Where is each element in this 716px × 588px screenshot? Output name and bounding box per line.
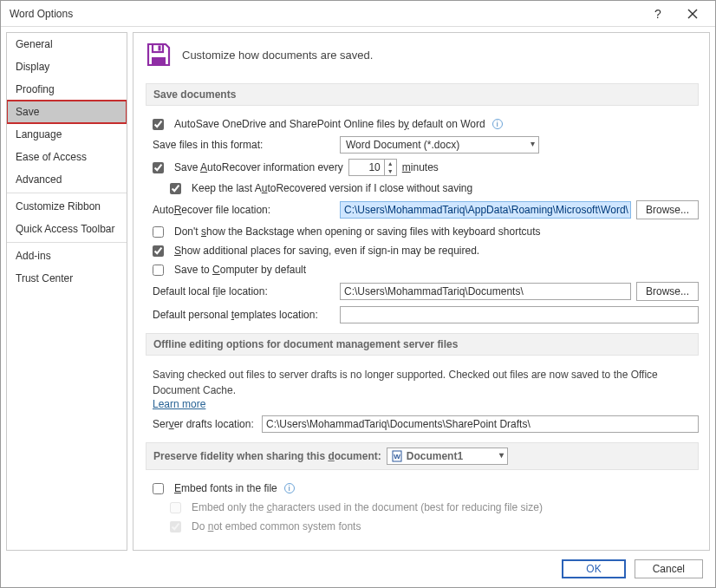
embed-only-row: Embed only the characters used in the do… [146, 498, 699, 517]
server-drafts-row: Server drafts location: C:\Users\Mohamma… [146, 413, 699, 435]
autorecover-label: Save AutoRecover information every [174, 161, 343, 173]
nav-general[interactable]: General [7, 33, 127, 56]
file-format-row: Save files in this format: Word Document… [146, 134, 699, 156]
file-format-label: Save files in this format: [153, 139, 335, 151]
nav-addins[interactable]: Add-ins [7, 245, 127, 267]
keep-last-checkbox[interactable] [170, 183, 181, 194]
nav-proofing[interactable]: Proofing [7, 78, 127, 101]
additional-places-row: Show additional places for saving, even … [146, 241, 699, 260]
no-backstage-checkbox[interactable] [153, 226, 164, 238]
learn-more-link[interactable]: Learn more [153, 398, 205, 410]
svg-rect-4 [152, 57, 166, 65]
nav-quick-access[interactable]: Quick Access Toolbar [7, 218, 127, 240]
additional-places-checkbox[interactable] [153, 245, 164, 257]
embed-fonts-row: Embed fonts in the file i [146, 479, 699, 498]
category-nav: General Display Proofing Save Language E… [6, 32, 127, 551]
nav-display[interactable]: Display [7, 56, 127, 78]
nav-divider [7, 193, 127, 193]
word-doc-icon: W [391, 450, 403, 462]
page-header: Customize how documents are saved. [146, 42, 699, 68]
autorecover-location-row: AutoRecover file location: C:\Users\Moha… [146, 198, 699, 222]
section-save-documents-header: Save documents [146, 83, 699, 106]
nav-trust-center[interactable]: Trust Center [7, 267, 127, 290]
dont-embed-common-checkbox [170, 521, 181, 532]
preserve-title: Preserve fidelity when sharing this docu… [153, 450, 381, 462]
offline-note-block: Saving checked out files to server draft… [146, 364, 699, 413]
section-offline-header: Offline editing options for document man… [146, 333, 699, 356]
autorecover-location-input[interactable]: C:\Users\MohammadTariq\AppData\Roaming\M… [340, 201, 631, 219]
ok-button[interactable]: OK [562, 559, 625, 578]
autosave-label: AutoSave OneDrive and SharePoint Online … [174, 118, 485, 130]
browse-local-button[interactable]: Browse... [636, 282, 699, 301]
autorecover-location-label: AutoRecover file location: [153, 204, 335, 216]
templates-location-label: Default personal templates location: [153, 309, 335, 321]
embed-fonts-checkbox[interactable] [153, 483, 164, 494]
nav-customize-ribbon[interactable]: Customize Ribbon [7, 195, 127, 218]
svg-rect-2 [153, 44, 163, 52]
settings-pane: Customize how documents are saved. Save … [133, 32, 710, 551]
save-icon [146, 42, 172, 68]
autorecover-row: Save AutoRecover information every 10 ▲▼… [146, 156, 699, 179]
window-title: Word Options [10, 8, 641, 20]
preserve-document-select[interactable]: W Document1 [387, 448, 508, 465]
titlebar: Word Options ? [1, 1, 715, 27]
local-file-location-label: Default local file location: [153, 285, 335, 297]
nav-divider [7, 242, 127, 243]
close-icon [687, 9, 698, 19]
autorecover-minutes-spinner[interactable]: 10 ▲▼ [348, 159, 397, 176]
embed-only-checkbox [170, 502, 181, 513]
dialog-footer: OK Cancel [1, 551, 715, 587]
svg-rect-3 [159, 46, 161, 51]
keep-last-row: Keep the last AutoRecovered version if I… [146, 179, 699, 198]
browse-autorecover-button[interactable]: Browse... [636, 200, 699, 219]
section-preserve-header: Preserve fidelity when sharing this docu… [146, 442, 699, 470]
local-file-location-input[interactable]: C:\Users\MohammadTariq\Documents\ [340, 283, 631, 300]
templates-location-input[interactable] [340, 306, 699, 323]
save-to-computer-label: Save to Computer by default [174, 264, 306, 276]
help-button[interactable]: ? [641, 2, 675, 26]
cancel-button[interactable]: Cancel [635, 559, 703, 578]
additional-places-label: Show additional places for saving, even … [174, 245, 479, 257]
no-backstage-row: Don't show the Backstage when opening or… [146, 222, 699, 241]
save-to-computer-checkbox[interactable] [153, 265, 164, 276]
autosave-row: AutoSave OneDrive and SharePoint Online … [146, 114, 699, 134]
nav-advanced[interactable]: Advanced [7, 168, 127, 191]
embed-only-label: Embed only the characters used in the do… [192, 501, 543, 513]
file-format-select[interactable]: Word Document (*.docx) [340, 136, 539, 154]
offline-note: Saving checked out files to server draft… [153, 367, 699, 398]
svg-text:W: W [394, 453, 400, 461]
server-drafts-input[interactable]: C:\Users\MohammadTariq\Documents\SharePo… [262, 415, 699, 433]
content-area: General Display Proofing Save Language E… [1, 27, 715, 551]
info-icon[interactable]: i [492, 119, 503, 129]
server-drafts-label: Server drafts location: [153, 418, 257, 430]
nav-save[interactable]: Save [7, 101, 127, 123]
autosave-checkbox[interactable] [153, 119, 164, 130]
save-to-computer-row: Save to Computer by default [146, 260, 699, 279]
embed-fonts-label: Embed fonts in the file [174, 482, 277, 494]
autorecover-checkbox[interactable] [153, 162, 164, 173]
info-icon[interactable]: i [284, 483, 295, 493]
dont-embed-common-label: Do not embed common system fonts [192, 520, 361, 532]
templates-location-row: Default personal templates location: [146, 304, 699, 326]
keep-last-label: Keep the last AutoRecovered version if I… [192, 182, 472, 194]
local-file-location-row: Default local file location: C:\Users\Mo… [146, 279, 699, 304]
nav-ease-of-access[interactable]: Ease of Access [7, 146, 127, 168]
word-options-dialog: Word Options ? General Display Proofing … [0, 0, 716, 588]
dont-embed-common-row: Do not embed common system fonts [146, 517, 699, 536]
no-backstage-label: Don't show the Backstage when opening or… [174, 225, 541, 238]
spinner-arrows-icon: ▲▼ [384, 160, 396, 175]
nav-language[interactable]: Language [7, 123, 127, 146]
close-button[interactable] [675, 2, 710, 26]
page-title: Customize how documents are saved. [182, 49, 373, 62]
minutes-label: minutes [402, 161, 439, 173]
